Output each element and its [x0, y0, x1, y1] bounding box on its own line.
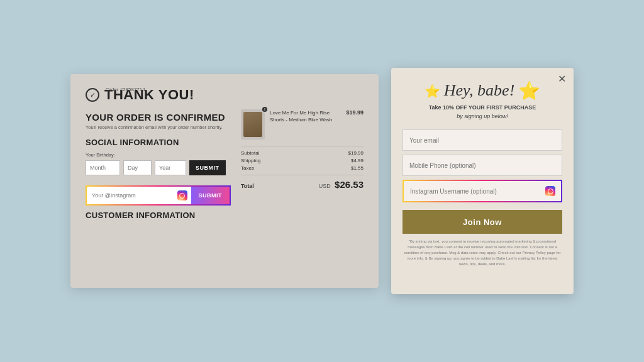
shipping-value: $4.99 [351, 158, 364, 163]
birthday-label: Your Birthday: [86, 152, 231, 158]
product-price: $19.99 [346, 109, 364, 140]
total-row: Total USD $26.53 [241, 179, 364, 190]
popup-instagram-input[interactable] [404, 181, 540, 201]
confirmed-subtitle: You'll receive a confirmation email with… [86, 124, 231, 130]
month-input[interactable] [86, 160, 120, 175]
join-button[interactable]: Join Now [402, 210, 562, 234]
shipping-row: Shipping $4.99 [241, 158, 364, 163]
panel-body: YOUR ORDER IS CONFIRMED You'll receive a… [86, 107, 364, 275]
right-column: Love Me For Me High Rise Shorts - Medium… [241, 107, 364, 275]
star-left-icon: ⭐ [425, 84, 440, 99]
divider [241, 146, 364, 146]
subtotal-value: $19.99 [348, 150, 364, 156]
popup-instagram-icon [545, 186, 555, 196]
left-column: YOUR ORDER IS CONFIRMED You'll receive a… [86, 107, 231, 275]
product-row: Love Me For Me High Rise Shorts - Medium… [241, 109, 364, 140]
subtotal-label: Subtotal [241, 150, 259, 156]
instagram-row: SUBMIT [86, 185, 231, 206]
instagram-icon [177, 190, 187, 200]
instagram-submit-button[interactable]: SUBMIT [191, 187, 230, 204]
popup-panel: ✕ ⭐ Hey, babe! ⭐ Take 10% OFF YOUR FIRST… [391, 68, 574, 294]
product-img-inner [243, 112, 262, 137]
hey-babe-text: Hey, babe! [444, 82, 515, 100]
total-currency: USD [319, 183, 331, 189]
email-input[interactable] [402, 129, 562, 151]
taxes-value: $1.55 [351, 165, 364, 171]
confirmed-title: YOUR ORDER IS CONFIRMED [86, 112, 231, 123]
total-value: $26.53 [335, 179, 364, 190]
phone-input[interactable] [402, 155, 562, 176]
popup-subtitle: Take 10% OFF YOUR FIRST PURCHASE by sign… [429, 104, 536, 121]
divider-2 [241, 175, 364, 175]
close-button[interactable]: ✕ [558, 74, 566, 84]
popup-legal-text: *By joining via text, you consent to rec… [402, 239, 562, 267]
popup-insta-icon-box [540, 181, 561, 201]
product-image [241, 109, 265, 140]
birthday-submit-button[interactable]: SUBMIT [189, 160, 226, 175]
total-label: Total [241, 183, 254, 189]
product-info: Love Me For Me High Rise Shorts - Medium… [270, 109, 341, 140]
social-section-title: SOCIAL INFORMATION [86, 138, 231, 147]
customer-section-title: CUSTOMER INFORMATION [86, 211, 231, 220]
order-number: Order #28587714- [106, 87, 147, 92]
day-input[interactable] [123, 160, 152, 175]
product-name: Love Me For Me High Rise Shorts - Medium… [270, 110, 332, 123]
check-icon [86, 88, 99, 102]
subtotal-row: Subtotal $19.99 [241, 150, 364, 156]
total-amount: USD $26.53 [319, 179, 364, 190]
year-input[interactable] [155, 160, 186, 175]
birthday-row: SUBMIT [86, 160, 231, 180]
discount-bold: Take 10% OFF YOUR FIRST PURCHASE [429, 104, 536, 111]
discount-italic: by signing up below! [457, 113, 508, 119]
taxes-label: Taxes [241, 165, 254, 171]
shipping-label: Shipping [241, 158, 260, 163]
popup-instagram-row [402, 180, 562, 202]
instagram-icon-box [174, 187, 191, 204]
instagram-input[interactable] [87, 187, 174, 204]
star-row: ⭐ Hey, babe! ⭐ [425, 80, 541, 101]
taxes-row: Taxes $1.55 [241, 165, 364, 171]
product-badge [262, 107, 267, 112]
star-right-icon: ⭐ [518, 80, 540, 101]
order-confirmation-panel: Order #28587714- THANK YOU! YOUR ORDER I… [70, 74, 379, 288]
